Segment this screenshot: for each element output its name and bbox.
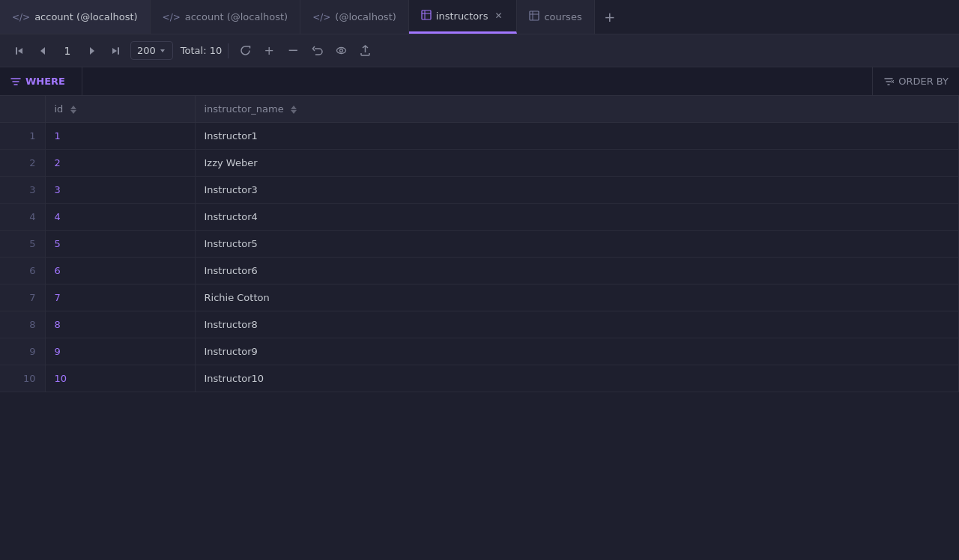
- col-header-rownum: [0, 96, 45, 123]
- tab-2-label: account (@localhost): [185, 11, 288, 22]
- prev-page-button[interactable]: [33, 40, 54, 61]
- cell-instructor-name[interactable]: Instructor1: [195, 123, 959, 150]
- cell-id[interactable]: 10: [45, 365, 195, 392]
- view-button[interactable]: [330, 40, 351, 61]
- cell-rownum: 6: [0, 258, 45, 284]
- add-tab-button[interactable]: +: [595, 0, 625, 34]
- cell-id[interactable]: 7: [45, 284, 195, 311]
- tab-3-label: (@localhost): [335, 11, 396, 22]
- table-row[interactable]: 88Instructor8: [0, 311, 959, 338]
- table-header-row: id instructor_name: [0, 96, 959, 123]
- filter-bar: WHERE ORDER BY: [0, 67, 959, 96]
- order-by-button[interactable]: ORDER BY: [872, 67, 959, 95]
- first-page-button[interactable]: [9, 40, 30, 61]
- cell-id[interactable]: 2: [45, 150, 195, 177]
- cell-id[interactable]: 9: [45, 338, 195, 365]
- col-instructor-sort-icon: [291, 106, 297, 114]
- cell-rownum: 2: [0, 150, 45, 177]
- cell-instructor-name[interactable]: Instructor10: [195, 365, 959, 392]
- table-row[interactable]: 99Instructor9: [0, 338, 959, 365]
- cell-rownum: 8: [0, 311, 45, 338]
- table-row[interactable]: 66Instructor6: [0, 258, 959, 284]
- tab-1[interactable]: </> account (@localhost): [0, 0, 151, 34]
- table-row[interactable]: 11Instructor1: [0, 123, 959, 150]
- rows-per-page-select[interactable]: 200: [130, 41, 173, 60]
- order-by-label: ORDER BY: [898, 76, 949, 87]
- tab-3[interactable]: </> (@localhost): [300, 0, 409, 34]
- col-header-id[interactable]: id: [45, 96, 195, 123]
- table-row[interactable]: 33Instructor3: [0, 177, 959, 204]
- cell-instructor-name[interactable]: Instructor4: [195, 204, 959, 231]
- cell-id[interactable]: 6: [45, 258, 195, 284]
- table-row[interactable]: 1010Instructor10: [0, 365, 959, 392]
- table-icon-instructors: [421, 10, 432, 22]
- cell-id[interactable]: 8: [45, 311, 195, 338]
- cell-instructor-name[interactable]: Richie Cotton: [195, 284, 959, 311]
- cell-instructor-name[interactable]: Izzy Weber: [195, 150, 959, 177]
- total-label: Total:: [181, 45, 207, 56]
- tab-instructors-close[interactable]: ✕: [492, 10, 504, 22]
- svg-marker-9: [90, 47, 94, 55]
- cell-rownum: 5: [0, 231, 45, 258]
- col-header-instructor-name[interactable]: instructor_name: [195, 96, 959, 123]
- last-page-button[interactable]: [105, 40, 126, 61]
- total-value: 10: [210, 45, 223, 56]
- cell-instructor-name[interactable]: Instructor3: [195, 177, 959, 204]
- main-content: 1 200 Total: 10 +: [0, 34, 959, 560]
- upload-button[interactable]: [354, 40, 375, 61]
- add-icon: +: [264, 45, 274, 57]
- rows-per-page-value: 200: [137, 45, 156, 56]
- table-row[interactable]: 22Izzy Weber: [0, 150, 959, 177]
- next-page-button[interactable]: [81, 40, 102, 61]
- query-icon-1: </>: [12, 12, 30, 22]
- tab-courses[interactable]: courses: [517, 0, 594, 34]
- table-icon-courses: [529, 10, 539, 23]
- where-button[interactable]: WHERE: [0, 67, 82, 95]
- col-id-sort-icon: [70, 106, 76, 114]
- toolbar: 1 200 Total: 10 +: [0, 34, 959, 67]
- svg-point-13: [336, 48, 345, 54]
- tab-1-label: account (@localhost): [34, 11, 137, 22]
- svg-rect-0: [422, 10, 431, 19]
- cell-rownum: 9: [0, 338, 45, 365]
- sort-down-icon: [70, 110, 76, 114]
- sort-up-icon-2: [291, 106, 297, 109]
- table-row[interactable]: 44Instructor4: [0, 204, 959, 231]
- svg-marker-7: [18, 48, 22, 54]
- tab-2[interactable]: </> account (@localhost): [151, 0, 301, 34]
- tab-instructors[interactable]: instructors ✕: [409, 0, 518, 34]
- add-row-button[interactable]: +: [258, 40, 279, 61]
- svg-rect-10: [118, 47, 119, 55]
- minus-icon: −: [288, 43, 299, 57]
- cell-instructor-name[interactable]: Instructor6: [195, 258, 959, 284]
- svg-rect-6: [16, 47, 17, 55]
- cell-id[interactable]: 5: [45, 231, 195, 258]
- svg-marker-12: [160, 49, 165, 52]
- tab-courses-label: courses: [544, 11, 581, 22]
- col-instructor-name-label: instructor_name: [205, 103, 284, 115]
- table-row[interactable]: 77Richie Cotton: [0, 284, 959, 311]
- where-input[interactable]: [82, 76, 872, 87]
- page-number: 1: [57, 40, 78, 61]
- svg-marker-8: [40, 47, 45, 55]
- sort-up-icon: [70, 106, 76, 109]
- delete-row-button[interactable]: −: [282, 40, 303, 61]
- table-container: id instructor_name: [0, 96, 959, 560]
- cell-rownum: 3: [0, 177, 45, 204]
- cell-instructor-name[interactable]: Instructor9: [195, 338, 959, 365]
- cell-id[interactable]: 3: [45, 177, 195, 204]
- table-body: 11Instructor122Izzy Weber33Instructor344…: [0, 123, 959, 392]
- svg-marker-11: [112, 48, 117, 54]
- tab-instructors-label: instructors: [436, 10, 488, 22]
- sort-down-icon-2: [291, 110, 297, 114]
- undo-button[interactable]: [306, 40, 327, 61]
- table-row[interactable]: 55Instructor5: [0, 231, 959, 258]
- cell-id[interactable]: 1: [45, 123, 195, 150]
- cell-id[interactable]: 4: [45, 204, 195, 231]
- cell-instructor-name[interactable]: Instructor5: [195, 231, 959, 258]
- cell-instructor-name[interactable]: Instructor8: [195, 311, 959, 338]
- cell-rownum: 1: [0, 123, 45, 150]
- cell-rownum: 7: [0, 284, 45, 311]
- refresh-button[interactable]: [235, 40, 255, 61]
- tabs-bar: </> account (@localhost) </> account (@l…: [0, 0, 959, 34]
